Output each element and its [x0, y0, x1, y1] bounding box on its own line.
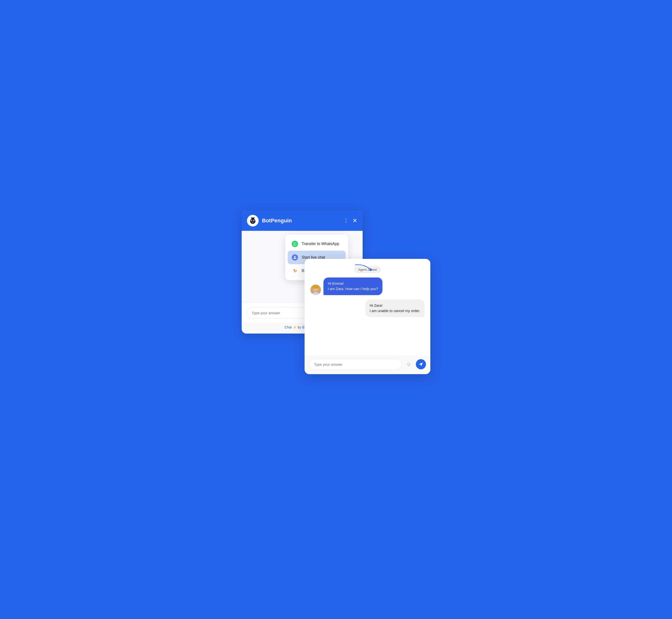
dropdown-item-whatsapp[interactable]: Transfer to WhatsApp: [288, 237, 346, 251]
header-title: BotPenguin: [262, 217, 340, 224]
chat-footer-front: ☺: [305, 355, 430, 374]
connector-arrow: [354, 263, 373, 273]
send-button[interactable]: [416, 359, 426, 369]
chat-window-front: Agent Joined: [305, 259, 430, 374]
branding-prefix: Chat: [285, 325, 292, 329]
branding-bolt: ⚡: [293, 325, 297, 329]
chat-header: BotPenguin ⋮ ✕: [242, 211, 363, 231]
user-bubble: Hi Zara!I am unable to cancel my order.: [365, 299, 425, 317]
svg-marker-11: [370, 268, 372, 271]
user-message-text: Hi Zara!I am unable to cancel my order.: [370, 303, 420, 313]
svg-rect-5: [252, 222, 253, 222]
agent-avatar: [310, 284, 321, 295]
live-chat-icon: [292, 254, 298, 261]
chat-messages: Agent Joined: [305, 259, 430, 355]
whatsapp-icon: [292, 240, 298, 247]
more-options-button[interactable]: ⋮: [343, 217, 349, 224]
svg-point-10: [251, 217, 254, 219]
svg-point-4: [254, 220, 254, 221]
chat-input-front[interactable]: [309, 359, 402, 370]
svg-point-3: [251, 220, 252, 221]
emoji-button[interactable]: ☺: [404, 360, 413, 369]
svg-point-15: [312, 285, 319, 289]
svg-point-7: [251, 217, 252, 218]
agent-message-text: Hi Emma!I am Zara. How can I help you?: [328, 281, 378, 291]
message-row-user: Hi Zara!I am unable to cancel my order.: [310, 299, 425, 317]
svg-point-9: [254, 217, 255, 218]
whatsapp-label: Transfer to WhatsApp: [302, 242, 339, 246]
header-actions: ⋮ ✕: [343, 217, 357, 224]
bot-logo: [247, 215, 259, 226]
agent-bubble: Hi Emma!I am Zara. How can I help you?: [323, 277, 382, 295]
refresh-icon: ↻: [292, 268, 298, 274]
message-row-agent: Hi Emma!I am Zara. How can I help you?: [310, 277, 425, 295]
close-button[interactable]: ✕: [353, 217, 357, 224]
